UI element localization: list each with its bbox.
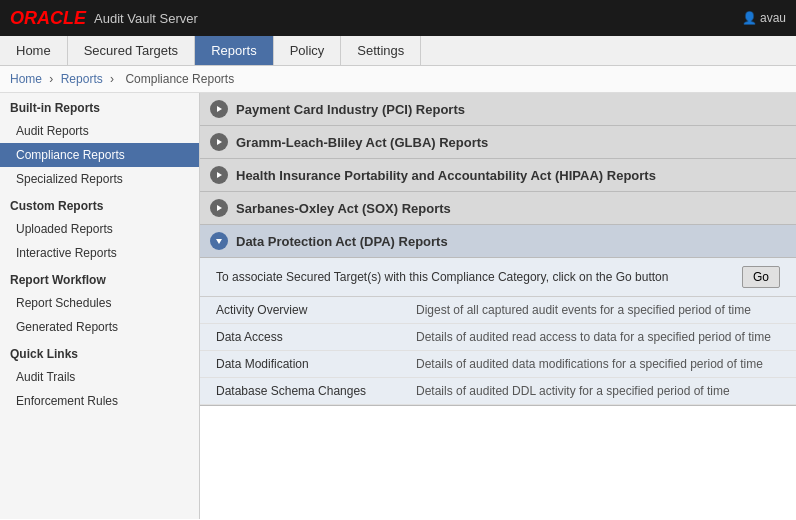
- report-description: Details of audited DDL activity for a sp…: [400, 378, 796, 405]
- sidebar-item-enforcement-rules[interactable]: Enforcement Rules: [0, 389, 199, 413]
- nav-secured-targets[interactable]: Secured Targets: [68, 36, 195, 65]
- breadcrumb-home[interactable]: Home: [10, 72, 42, 86]
- category-dpa[interactable]: Data Protection Act (DPA) Reports: [200, 225, 796, 258]
- nav-policy[interactable]: Policy: [274, 36, 342, 65]
- breadcrumb: Home › Reports › Compliance Reports: [0, 66, 796, 93]
- svg-marker-0: [217, 106, 222, 112]
- report-description: Details of audited read access to data f…: [400, 324, 796, 351]
- report-name: Database Schema Changes: [200, 378, 400, 405]
- category-dpa-label: Data Protection Act (DPA) Reports: [236, 234, 448, 249]
- header: ORACLE Audit Vault Server 👤 avau: [0, 0, 796, 36]
- sidebar-item-specialized-reports[interactable]: Specialized Reports: [0, 167, 199, 191]
- main-layout: Built-in Reports Audit Reports Complianc…: [0, 93, 796, 519]
- category-sox-label: Sarbanes-Oxley Act (SOX) Reports: [236, 201, 451, 216]
- app-title: Audit Vault Server: [94, 11, 198, 26]
- category-pci-label: Payment Card Industry (PCI) Reports: [236, 102, 465, 117]
- sidebar-section-builtin: Built-in Reports: [0, 93, 199, 119]
- category-pci[interactable]: Payment Card Industry (PCI) Reports: [200, 93, 796, 126]
- dpa-expanded-section: To associate Secured Target(s) with this…: [200, 258, 796, 406]
- category-sox[interactable]: Sarbanes-Oxley Act (SOX) Reports: [200, 192, 796, 225]
- report-name: Data Modification: [200, 351, 400, 378]
- sidebar-section-quicklinks: Quick Links: [0, 339, 199, 365]
- expand-icon-pci: [210, 100, 228, 118]
- category-hipaa[interactable]: Health Insurance Portability and Account…: [200, 159, 796, 192]
- breadcrumb-separator-1: ›: [49, 72, 56, 86]
- sidebar-section-workflow: Report Workflow: [0, 265, 199, 291]
- expand-icon-dpa: [210, 232, 228, 250]
- table-row[interactable]: Activity Overview Digest of all captured…: [200, 297, 796, 324]
- sidebar-item-uploaded-reports[interactable]: Uploaded Reports: [0, 217, 199, 241]
- oracle-logo: ORACLE: [10, 8, 86, 29]
- nav-reports[interactable]: Reports: [195, 36, 274, 65]
- svg-marker-3: [217, 205, 222, 211]
- report-name: Activity Overview: [200, 297, 400, 324]
- dpa-reports-table: Activity Overview Digest of all captured…: [200, 297, 796, 405]
- table-row[interactable]: Database Schema Changes Details of audit…: [200, 378, 796, 405]
- expand-icon-sox: [210, 199, 228, 217]
- logo-area: ORACLE Audit Vault Server: [10, 8, 198, 29]
- expand-icon-glba: [210, 133, 228, 151]
- svg-marker-1: [217, 139, 222, 145]
- nav-settings[interactable]: Settings: [341, 36, 421, 65]
- dpa-notice-text: To associate Secured Target(s) with this…: [216, 270, 668, 284]
- breadcrumb-reports[interactable]: Reports: [61, 72, 103, 86]
- category-glba[interactable]: Gramm-Leach-Bliley Act (GLBA) Reports: [200, 126, 796, 159]
- sidebar-item-audit-trails[interactable]: Audit Trails: [0, 365, 199, 389]
- dpa-notice: To associate Secured Target(s) with this…: [200, 258, 796, 297]
- svg-marker-2: [217, 172, 222, 178]
- category-hipaa-label: Health Insurance Portability and Account…: [236, 168, 656, 183]
- table-row[interactable]: Data Modification Details of audited dat…: [200, 351, 796, 378]
- sidebar-item-audit-reports[interactable]: Audit Reports: [0, 119, 199, 143]
- report-description: Details of audited data modifications fo…: [400, 351, 796, 378]
- expand-icon-hipaa: [210, 166, 228, 184]
- nav-home[interactable]: Home: [0, 36, 68, 65]
- sidebar-item-report-schedules[interactable]: Report Schedules: [0, 291, 199, 315]
- sidebar-item-generated-reports[interactable]: Generated Reports: [0, 315, 199, 339]
- user-icon: 👤: [742, 11, 757, 25]
- category-glba-label: Gramm-Leach-Bliley Act (GLBA) Reports: [236, 135, 488, 150]
- sidebar-section-custom: Custom Reports: [0, 191, 199, 217]
- main-nav: Home Secured Targets Reports Policy Sett…: [0, 36, 796, 66]
- breadcrumb-separator-2: ›: [110, 72, 117, 86]
- username: avau: [760, 11, 786, 25]
- user-info: 👤 avau: [742, 11, 786, 25]
- sidebar-item-compliance-reports[interactable]: Compliance Reports: [0, 143, 199, 167]
- breadcrumb-current: Compliance Reports: [125, 72, 234, 86]
- report-name: Data Access: [200, 324, 400, 351]
- go-button[interactable]: Go: [742, 266, 780, 288]
- sidebar: Built-in Reports Audit Reports Complianc…: [0, 93, 200, 519]
- content-area: Payment Card Industry (PCI) Reports Gram…: [200, 93, 796, 519]
- sidebar-item-interactive-reports[interactable]: Interactive Reports: [0, 241, 199, 265]
- report-description: Digest of all captured audit events for …: [400, 297, 796, 324]
- table-row[interactable]: Data Access Details of audited read acce…: [200, 324, 796, 351]
- svg-marker-4: [216, 239, 222, 244]
